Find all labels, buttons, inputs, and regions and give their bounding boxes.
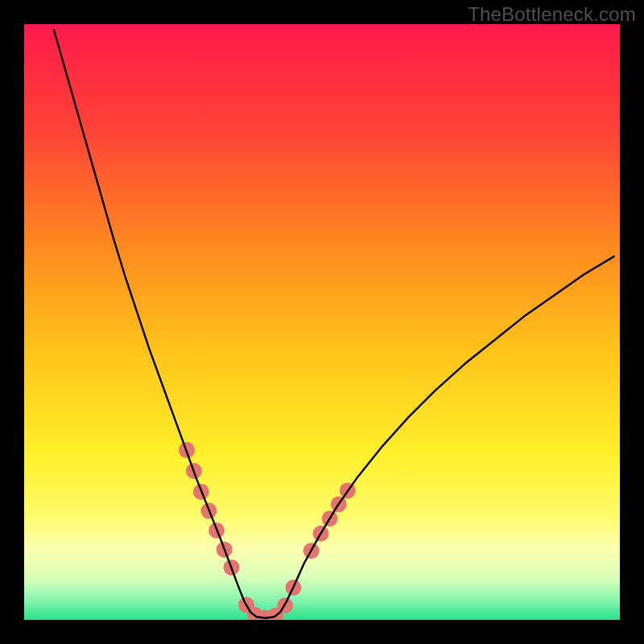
watermark-text: TheBottleneck.com bbox=[468, 3, 636, 26]
chart-svg bbox=[24, 24, 620, 620]
plot-area bbox=[24, 24, 620, 620]
chart-frame: TheBottleneck.com bbox=[0, 0, 644, 644]
